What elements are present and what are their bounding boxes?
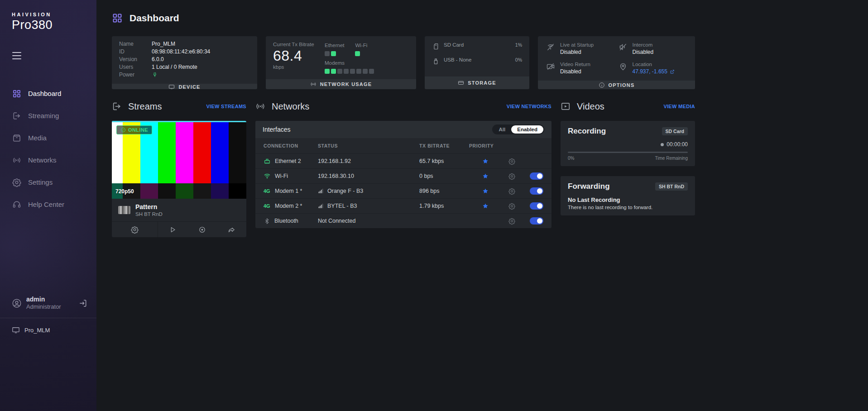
interface-settings-icon[interactable] bbox=[502, 158, 522, 165]
view-media-link[interactable]: VIEW MEDIA bbox=[663, 104, 695, 109]
forward-icon bbox=[228, 226, 235, 234]
interface-settings-icon[interactable] bbox=[502, 173, 522, 180]
priority-star-icon[interactable] bbox=[469, 173, 502, 179]
user-account[interactable]: admin Administrator bbox=[0, 296, 96, 311]
headset-icon bbox=[12, 200, 21, 209]
sidebar-device[interactable]: Pro_MLM bbox=[0, 318, 96, 334]
wifi-usage: Wi-Fi bbox=[355, 43, 367, 56]
priority-star-icon[interactable] bbox=[469, 203, 502, 209]
storage-footer-button[interactable]: STORAGE bbox=[425, 76, 529, 89]
antenna-icon bbox=[12, 156, 21, 165]
device-version-row: Version 6.0.0 bbox=[119, 56, 250, 62]
view-networks-link[interactable]: VIEW NETWORKS bbox=[507, 104, 551, 109]
streaming-icon bbox=[12, 111, 21, 120]
play-icon bbox=[169, 226, 177, 234]
sidebar-item-dashboard[interactable]: Dashboard bbox=[0, 82, 96, 105]
stream-play-button[interactable] bbox=[158, 222, 187, 237]
storage-icon bbox=[458, 80, 464, 86]
monitor-icon bbox=[168, 84, 175, 89]
device-users-row: Users 1 Local / 0 Remote bbox=[119, 64, 250, 70]
sidebar-item-help-center[interactable]: Help Center bbox=[0, 193, 96, 215]
interface-settings-icon[interactable] bbox=[502, 218, 522, 225]
main-content: Dashboard Name Pro_MLM ID 08:98:08:11:42… bbox=[96, 0, 868, 411]
dashboard-grid-icon bbox=[12, 89, 21, 98]
col-tx-bitrate: TX BITRATE bbox=[419, 143, 469, 148]
location-pin-icon bbox=[619, 62, 628, 75]
stream-resolution: 720p50 bbox=[115, 188, 134, 195]
intercom-disabled-icon bbox=[619, 42, 628, 55]
device-power-row: Power bbox=[119, 72, 250, 78]
recording-target-badge: SD Card bbox=[662, 127, 688, 135]
recording-percent: 0% bbox=[568, 156, 574, 161]
page-header: Dashboard bbox=[112, 9, 868, 27]
forwarding-card: Forwarding SH BT RnD No Last Recording T… bbox=[561, 176, 695, 215]
wifi-icon bbox=[264, 172, 271, 180]
stream-thumbnail[interactable]: ONLINE 720p50 bbox=[112, 121, 246, 199]
filter-all-button[interactable]: All bbox=[493, 125, 512, 134]
ethernet-usage: Ethernet bbox=[325, 43, 344, 56]
tx-bitrate-value: 68.4 bbox=[273, 47, 317, 64]
video-return-disabled-icon bbox=[546, 62, 555, 75]
wifi-enabled-toggle[interactable] bbox=[530, 172, 543, 180]
forwarding-target-badge: SH BT RnD bbox=[655, 182, 688, 191]
networks-title: Networks bbox=[272, 101, 309, 112]
brand-logo: HAIVISION Pro380 bbox=[0, 0, 96, 32]
table-row-modem1: 4G Modem 1 * Orange F - B3 896 bps bbox=[255, 183, 551, 198]
stream-info: Pattern SH BT RnD bbox=[112, 199, 246, 221]
monitor-icon bbox=[12, 326, 20, 334]
signal-bars-icon bbox=[318, 188, 324, 194]
logout-icon[interactable] bbox=[78, 299, 87, 308]
usb-storage: USB - None 0% bbox=[432, 57, 522, 66]
table-row-ethernet2: Ethernet 2 192.168.1.92 65.7 kbps bbox=[255, 153, 551, 168]
bluetooth-enabled-toggle[interactable] bbox=[530, 217, 543, 225]
forwarding-title: Forwarding bbox=[568, 182, 610, 191]
wifi-indicators bbox=[355, 51, 367, 56]
interface-settings-icon[interactable] bbox=[502, 203, 522, 210]
sd-percent: 1% bbox=[515, 42, 522, 48]
forwarding-message-title: No Last Recording bbox=[568, 196, 688, 203]
network-usage-footer-button[interactable]: NETWORK USAGE bbox=[266, 79, 416, 89]
brand-model: Pro380 bbox=[12, 18, 96, 32]
modem1-enabled-toggle[interactable] bbox=[530, 187, 543, 195]
option-live-at-startup: Live at Startup Disabled bbox=[546, 42, 615, 55]
table-row-wifi: Wi-Fi 192.168.30.10 0 bps bbox=[255, 168, 551, 183]
time-remaining-label: Time Remaining bbox=[655, 156, 688, 161]
4g-icon: 4G bbox=[264, 188, 271, 194]
view-streams-link[interactable]: VIEW STREAMS bbox=[206, 104, 246, 109]
sidebar-item-networks[interactable]: Networks bbox=[0, 149, 96, 171]
tx-bitrate: Current Tx Bitrate 68.4 kbps bbox=[273, 42, 317, 74]
bluetooth-icon bbox=[264, 218, 270, 225]
usb-percent: 0% bbox=[515, 57, 522, 62]
location-link[interactable]: 47.937, -1.655 bbox=[633, 68, 675, 75]
filter-enabled-button[interactable]: Enabled bbox=[511, 125, 543, 134]
modem2-enabled-toggle[interactable] bbox=[530, 202, 543, 210]
power-plug-icon bbox=[152, 72, 158, 78]
stream-settings-button[interactable] bbox=[112, 222, 158, 237]
priority-star-icon[interactable] bbox=[469, 158, 502, 164]
external-link-icon bbox=[670, 69, 675, 74]
usb-icon bbox=[432, 57, 440, 66]
signal-bars-icon bbox=[318, 203, 324, 209]
sidebar-item-streaming[interactable]: Streaming bbox=[0, 105, 96, 127]
options-footer-button[interactable]: OPTIONS bbox=[538, 81, 695, 89]
sidebar-bottom: admin Administrator Pro_MLM bbox=[0, 296, 96, 411]
priority-star-icon[interactable] bbox=[469, 188, 502, 194]
option-intercom: Intercom Disabled bbox=[619, 42, 687, 55]
stream-card: ONLINE 720p50 Pattern SH BT RnD bbox=[112, 121, 246, 237]
stream-forward-button[interactable] bbox=[217, 222, 246, 237]
page-title: Dashboard bbox=[129, 13, 179, 24]
stream-record-button[interactable] bbox=[187, 222, 217, 237]
recording-progress-bar bbox=[568, 152, 688, 153]
col-priority: PRIORITY bbox=[469, 143, 502, 148]
sidebar-item-settings[interactable]: Settings bbox=[0, 171, 96, 193]
device-footer-button[interactable]: DEVICE bbox=[112, 84, 257, 89]
gear-icon bbox=[131, 226, 139, 234]
interface-settings-icon[interactable] bbox=[502, 188, 522, 195]
avatar-icon bbox=[12, 298, 22, 308]
interfaces-filter: All Enabled bbox=[492, 124, 544, 134]
menu-toggle-icon[interactable] bbox=[12, 52, 21, 62]
thumbnail-top-line bbox=[112, 121, 246, 122]
stream-toolbar bbox=[112, 221, 246, 237]
col-connection: CONNECTION bbox=[264, 143, 318, 148]
sidebar-item-media[interactable]: Media bbox=[0, 127, 96, 149]
